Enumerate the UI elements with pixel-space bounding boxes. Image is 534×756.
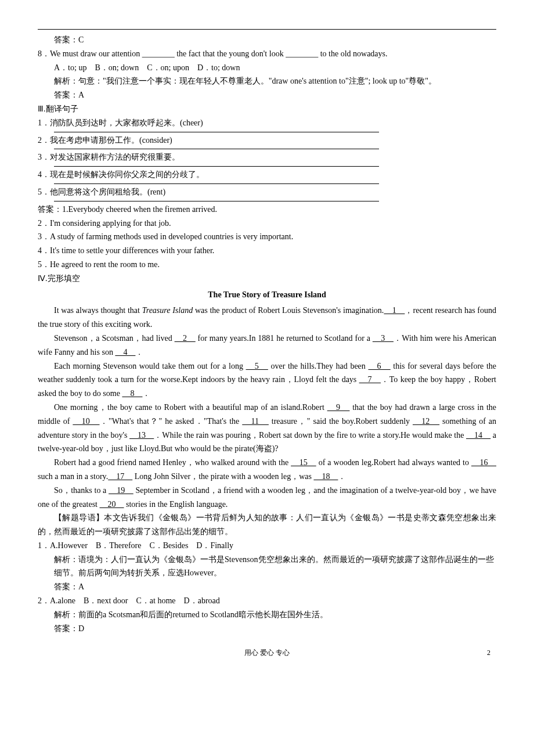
page-footer: 用心 爱心 专心 2 bbox=[38, 647, 496, 658]
cloze-1-answer: 答案：A bbox=[38, 580, 496, 594]
text: One morning，the boy came to Robert with … bbox=[54, 403, 327, 412]
gap-7: 7 bbox=[359, 375, 381, 384]
passage-paragraph-4: One morning，the boy came to Robert with … bbox=[38, 401, 496, 456]
text: Each morning Stevenson would take them o… bbox=[54, 362, 246, 370]
text: Robert had a good friend named Henley，wh… bbox=[54, 458, 291, 467]
answer-c: 答案：C bbox=[38, 33, 496, 47]
translate-2: 2．我在考虑申请那份工作。(consider) bbox=[38, 134, 496, 147]
text: ． bbox=[338, 472, 346, 481]
cloze-2-options: 2．A.alone B．next door C．at home D．abroad bbox=[38, 594, 496, 608]
text: ．While the rain was pouring，Robert sat d… bbox=[154, 431, 466, 440]
translate-5: 5．他同意将这个房间租给我。(rent) bbox=[38, 185, 496, 199]
gap-3: 3 bbox=[373, 334, 394, 343]
gap-20: 20 bbox=[100, 500, 124, 509]
gap-9: 9 bbox=[327, 403, 350, 412]
gap-15: 15 bbox=[291, 458, 316, 467]
blank-line bbox=[54, 183, 379, 184]
section-4-heading: Ⅳ.完形填空 bbox=[38, 272, 496, 286]
text: ． bbox=[142, 389, 150, 398]
gap-14: 14 bbox=[466, 431, 490, 440]
cloze-2-answer: 答案：D bbox=[38, 622, 496, 636]
text: treasure，" said the boy.Robert suddenly bbox=[269, 417, 413, 426]
text: ． bbox=[135, 348, 143, 357]
text: Stevenson，a Scotsman，had lived bbox=[54, 334, 175, 343]
translation-answer-1: 答案：1.Everybody cheered when the firemen … bbox=[38, 203, 496, 217]
translation-answer-3: 3．A study of farming methods used in dev… bbox=[38, 230, 496, 244]
translate-1: 1．消防队员到达时，大家都欢呼起来。(cheer) bbox=[38, 116, 496, 130]
blank-line bbox=[54, 200, 379, 201]
translation-answer-5: 5．He agreed to rent the room to me. bbox=[38, 258, 496, 272]
passage-paragraph-3: Each morning Stevenson would take them o… bbox=[38, 359, 496, 401]
passage-paragraph-1: It was always thought that Treasure Isla… bbox=[38, 304, 496, 332]
gap-12: 12 bbox=[413, 417, 439, 426]
text: So，thanks to a bbox=[54, 486, 109, 495]
gap-13: 13 bbox=[129, 431, 154, 440]
page-number: 2 bbox=[487, 647, 490, 658]
gap-4: 4 bbox=[115, 348, 135, 357]
gap-5: 5 bbox=[246, 362, 268, 370]
passage-guide: 【解题导语】本文告诉我们《金银岛》一书背后鲜为人知的故事：人们一直认为《金银岛》… bbox=[38, 511, 496, 539]
question-8-options: A．to; up B．on; down C．on; upon D．to; dow… bbox=[38, 61, 496, 75]
question-8: 8．We must draw our attention ________ th… bbox=[38, 47, 496, 61]
translate-3: 3．对发达国家耕作方法的研究很重要。 bbox=[38, 150, 496, 164]
question-8-answer: 答案：A bbox=[38, 88, 496, 102]
text: ．"What's that？" he asked．"That's the bbox=[100, 417, 243, 426]
blank-line bbox=[54, 148, 379, 149]
gap-8: 8 bbox=[122, 389, 142, 398]
text: such a man in a story. bbox=[38, 472, 108, 481]
translation-answer-2: 2．I'm considering applying for that job. bbox=[38, 217, 496, 231]
question-8-explain: 解析：句意："我们注意一个事实：现在年轻人不尊重老人。"draw one's a… bbox=[38, 74, 496, 88]
cloze-2-explain: 解析：前面的a Scotsman和后面的returned to Scotland… bbox=[38, 608, 496, 622]
passage-paragraph-6: So，thanks to a 19 September in Scotland，… bbox=[38, 484, 496, 512]
translate-4: 4．现在是时候解决你同你父亲之间的分歧了。 bbox=[38, 168, 496, 182]
top-horizontal-rule bbox=[38, 29, 496, 30]
gap-18: 18 bbox=[313, 472, 338, 481]
section-3-heading: Ⅲ.翻译句子 bbox=[38, 102, 496, 116]
footer-motto: 用心 爱心 专心 bbox=[244, 649, 290, 657]
gap-16: 16 bbox=[471, 458, 496, 467]
text: for many years.In 1881 he returned to Sc… bbox=[196, 334, 373, 343]
text: It was always thought that bbox=[54, 306, 142, 315]
text: of a wooden leg.Robert had always wanted… bbox=[316, 458, 471, 467]
book-title-italic: Treasure Island bbox=[142, 306, 193, 315]
gap-2: 2 bbox=[175, 334, 196, 343]
gap-17: 17 bbox=[108, 472, 132, 481]
blank-line bbox=[54, 131, 379, 132]
cloze-1-explain: 解析：语境为：人们一直认为《金银岛》一书是Stevenson凭空想象出来的。然而… bbox=[38, 553, 496, 581]
text: Long John Silver，the pirate with a woode… bbox=[132, 472, 313, 481]
text: was the product of Robert Louis Stevenso… bbox=[193, 306, 384, 315]
gap-6: 6 bbox=[368, 362, 390, 370]
gap-19: 19 bbox=[109, 486, 134, 495]
blank-line bbox=[54, 165, 379, 167]
text: stories in the English language. bbox=[124, 500, 228, 509]
text: over the hills.They had been bbox=[268, 362, 369, 370]
cloze-1-options: 1．A.However B．Therefore C．Besides D．Fina… bbox=[38, 539, 496, 553]
passage-paragraph-2: Stevenson，a Scotsman，had lived 2 for man… bbox=[38, 332, 496, 359]
gap-1: 1 bbox=[384, 306, 405, 315]
passage-title: The True Story of Treasure Island bbox=[38, 288, 496, 302]
gap-10: 10 bbox=[73, 417, 99, 426]
gap-11: 11 bbox=[242, 417, 269, 426]
translation-answer-4: 4．It's time to settle your differences w… bbox=[38, 244, 496, 258]
passage-paragraph-5: Robert had a good friend named Henley，wh… bbox=[38, 456, 496, 484]
